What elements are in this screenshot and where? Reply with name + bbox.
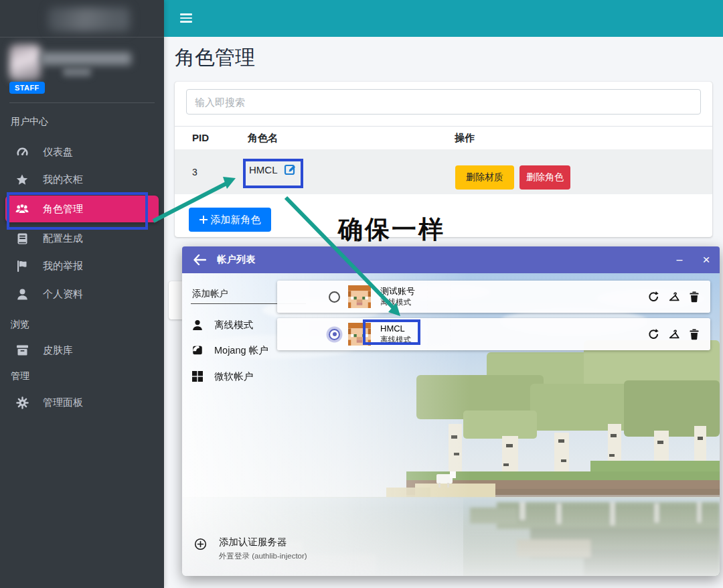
blurred-site-logo [48,7,130,31]
radio-checked[interactable] [329,329,340,340]
method-label: 离线模式 [214,319,253,332]
sidebar-item-config[interactable]: 配置生成 [5,225,159,252]
account-name: HMCL [380,324,411,333]
add-role-label: 添加新角色 [211,214,261,226]
sidebar-section-user-center: 用户中心 [11,116,48,128]
sidebar-item-reports[interactable]: 我的举报 [5,252,159,279]
window-titlebar: 帐户列表 – × [182,246,720,273]
gauge-icon [15,145,29,159]
col-header-name: 角色名 [248,132,278,145]
brand-bar[interactable] [0,0,164,38]
cell-pid: 3 [192,167,197,177]
archive-icon [15,344,29,357]
flag-icon [15,259,29,273]
skin-hanger-icon[interactable] [668,328,680,340]
minecraft-avatar [348,285,371,308]
add-role-button[interactable]: 添加新角色 [189,208,271,232]
sidebar-item-roles[interactable]: 角色管理 [5,196,159,222]
handwritten-annotation: 确保一样 [338,213,445,246]
sidebar-section-browse: 浏览 [11,319,29,331]
account-type: 离线模式 [380,336,411,344]
col-header-pid: PID [192,132,209,143]
window-content: 添加帐户 离线模式 Mojang 帐户 微软帐户 [182,273,720,576]
blurred-user-subtext [63,68,91,76]
sidebar-item-label: 我的衣柜 [43,173,83,186]
close-button[interactable]: × [693,246,720,273]
method-label: 微软帐户 [214,370,253,383]
method-microsoft[interactable]: 微软帐户 [191,366,311,386]
trash-icon[interactable] [689,328,700,340]
authlib-injector-subtext: 外置登录 (authlib-injector) [219,551,307,561]
edit-pencil-icon[interactable] [284,163,297,176]
skin-hanger-icon[interactable] [668,291,680,303]
hmcl-launcher-window: 帐户列表 – × [182,246,720,576]
add-auth-server-label: 添加认证服务器 [219,536,307,548]
blurred-username [40,52,131,65]
minimize-button[interactable]: – [666,246,693,273]
staff-badge: STAFF [9,82,45,94]
screen: STAFF 用户中心 仪表盘 我的衣柜 角色管理 配置生成 [0,0,723,588]
sidebar-item-label: 管理面板 [43,396,83,409]
hamburger-menu-icon[interactable] [180,13,192,23]
sidebar-item-dashboard[interactable]: 仪表盘 [5,139,159,165]
sidebar-item-label: 皮肤库 [43,344,73,357]
refresh-icon[interactable] [647,291,659,303]
trash-icon[interactable] [689,291,700,303]
refresh-icon[interactable] [647,328,659,340]
top-navbar [164,0,723,37]
account-name: 测试账号 [380,287,415,295]
add-auth-server-row[interactable]: 添加认证服务器 外置登录 (authlib-injector) [194,536,307,561]
plus-icon [199,216,208,224]
gear-icon [15,396,29,409]
sidebar-item-profile[interactable]: 个人资料 [5,281,159,307]
sidebar-item-skin-library[interactable]: 皮肤库 [5,337,159,364]
delete-texture-button[interactable]: 删除材质 [455,165,514,190]
role-name-text: HMCL [249,164,278,175]
user-icon [15,287,29,301]
sidebar-item-label: 角色管理 [43,203,83,216]
table-row: 3 HMCL 删除材质 删除角色 [175,149,712,194]
sidebar-item-label: 个人资料 [43,288,83,301]
sidebar-item-closet[interactable]: 我的衣柜 [5,166,159,193]
users-icon [15,202,29,216]
col-header-actions: 操作 [455,132,475,145]
book-icon [15,232,29,245]
method-label: Mojang 帐户 [214,344,268,357]
sidebar-item-label: 仪表盘 [43,146,73,159]
sidebar-item-label: 配置生成 [43,232,83,245]
microsoft-icon [191,371,204,382]
delete-role-button[interactable]: 删除角色 [519,165,570,190]
avatar [9,44,41,81]
sidebar-item-admin-panel[interactable]: 管理面板 [5,389,159,416]
account-card-hmcl[interactable]: HMCL 离线模式 [277,318,710,350]
sidebar-divider [9,102,155,103]
sidebar-section-admin: 管理 [11,370,29,382]
person-icon [191,319,204,331]
mojang-icon [191,344,204,356]
sidebar: STAFF 用户中心 仪表盘 我的衣柜 角色管理 配置生成 [0,0,164,588]
search-input[interactable] [186,89,701,115]
sidebar-item-label: 我的举报 [43,260,83,273]
cell-role-name: HMCL [249,163,297,176]
back-arrow-icon[interactable] [193,254,206,265]
table-header: PID 角色名 操作 [175,126,712,151]
window-title: 帐户列表 [217,254,256,266]
plus-circle-icon [194,538,207,561]
account-card-test[interactable]: 测试账号 离线模式 [277,281,710,313]
star-icon [15,173,29,186]
radio-unchecked[interactable] [329,291,340,303]
minecraft-avatar [348,323,371,346]
account-type: 离线模式 [380,299,415,307]
page-title: 角色管理 [175,44,255,72]
add-account-header: 添加帐户 [192,288,228,300]
